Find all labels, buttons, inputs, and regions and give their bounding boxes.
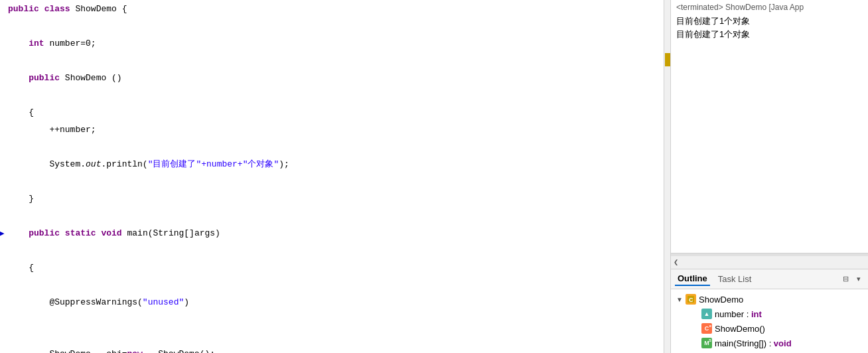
line-text-9 [5,142,670,152]
line-text-10: System.out.println("目前创建了"+number+"个对象")… [5,158,670,170]
code-line-7: { [0,104,670,121]
constructor-icon: Ce [701,323,712,334]
code-editor[interactable]: public class ShowDemo { int number=0; pu… [0,0,670,353]
code-line-14: ▶ public static void main(String[]args) [0,224,670,242]
code-line-10: System.out.println("目前创建了"+number+"个对象")… [0,155,670,173]
code-line-20 [0,328,670,345]
line-text-20 [5,332,670,342]
code-line-5: public ShowDemo () [0,69,670,86]
code-line-1: public class ShowDemo { [0,0,670,17]
right-panel: <terminated> ShowDemo [Java App 目前创建了1个对… [670,0,868,353]
code-line-19 [0,311,670,328]
line-text-7: { [5,107,670,117]
vertical-scrollbar[interactable] [664,0,670,353]
line-text-4 [5,56,670,66]
svg-text:C: C [689,297,693,303]
line-text-18: @SuppressWarnings("unused") [5,297,670,307]
code-line-2 [0,17,670,35]
tree-arrow-showdemo: ▼ [676,296,684,303]
console-area: <terminated> ShowDemo [Java App 目前创建了1个对… [671,0,868,253]
console-output: 目前创建了1个对象 目前创建了1个对象 [676,15,863,41]
code-line-17 [0,276,670,293]
tree-item-showdemo-class[interactable]: ▼ C ShowDemo [671,292,868,307]
line-text-12: } [5,194,670,204]
line-text-17 [5,280,670,290]
outline-tab[interactable]: Outline [675,272,710,286]
field-icon: ▲ [701,309,712,319]
outline-tree: ▼ C ShowDemo ▲ number : int [671,289,868,353]
code-line-12: } [0,190,670,207]
collapse-all-icon[interactable]: ⊟ [840,274,851,285]
code-line-8: ++number; [0,121,670,138]
tree-label-showdemo: ShowDemo [699,295,743,305]
outline-header: Outline Task List ⊟ ▾ [671,269,868,289]
scroll-left-arrow-icon: ❮ [674,257,678,267]
line-text-11 [5,176,670,186]
line-text-2 [5,21,670,31]
tree-item-constructor[interactable]: Ce ShowDemo() [671,321,868,336]
line-text-1: public class ShowDemo { [5,4,670,14]
tree-label-constructor: ShowDemo() [715,324,765,334]
outline-panel: Outline Task List ⊟ ▾ ▼ C ShowDemo [671,269,868,353]
line-text-21: ShowDemo obj=new ShowDemo(); [5,349,670,354]
tree-label-main: main(String[]) : void [715,338,792,348]
tree-item-main[interactable]: MS main(String[]) : void [671,336,868,350]
code-line-18: @SuppressWarnings("unused") [0,293,670,311]
console-line-1: 目前创建了1个对象 [676,15,863,28]
class-icon: C [686,294,696,305]
line-text-3: int number=0; [5,38,670,48]
code-line-13 [0,207,670,224]
code-line-15 [0,242,670,259]
line-text-16: { [5,263,670,273]
code-content: public class ShowDemo { int number=0; pu… [0,0,670,353]
console-title: <terminated> ShowDemo [Java App [676,3,863,12]
code-line-3: int number=0; [0,35,670,52]
tree-item-number[interactable]: ▲ number : int [671,307,868,321]
scrollbar-thumb[interactable] [665,53,670,66]
console-line-2: 目前创建了1个对象 [676,28,863,41]
code-line-4 [0,52,670,69]
line-text-14: public static void main(String[]args) [5,228,670,238]
code-line-21: ShowDemo obj=new ShowDemo(); [0,345,670,353]
tree-label-number: number : int [715,309,762,319]
line-text-13 [5,211,670,221]
code-line-6 [0,86,670,104]
line-text-8: ++number; [5,125,670,135]
line-text-19 [5,315,670,324]
task-list-tab[interactable]: Task List [715,273,755,285]
line-text-15 [5,246,670,255]
code-line-9 [0,138,670,155]
outline-menu-icon[interactable]: ▾ [853,274,864,285]
code-line-16: { [0,259,670,276]
line-text-6 [5,90,670,100]
line-marker-14: ▶ [0,229,5,238]
outline-toolbar: ⊟ ▾ [840,274,864,285]
line-text-5: public ShowDemo () [5,73,670,83]
code-line-11 [0,173,670,190]
method-icon: MS [701,338,712,348]
scroll-left-indicator[interactable]: ❮ [671,256,868,269]
